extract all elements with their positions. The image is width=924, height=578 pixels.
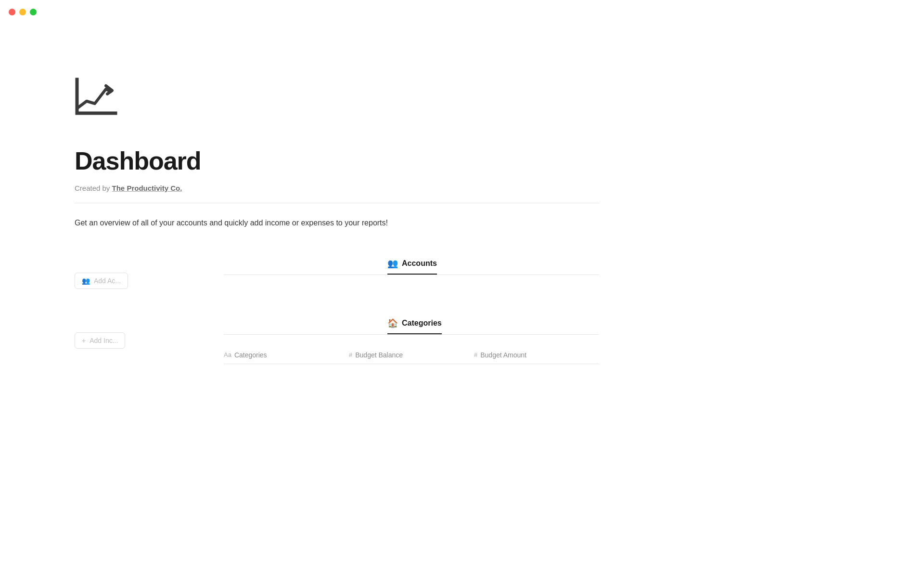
- sections-area: 👥 Add Ac... 👥 Accounts: [75, 258, 599, 364]
- accounts-right: 👥 Accounts: [224, 258, 599, 287]
- categories-row: + Add Inc... 🏠 Categories: [75, 318, 599, 364]
- accounts-section: 👥 Add Ac... 👥 Accounts: [75, 258, 599, 299]
- main-content: Dashboard Created by The Productivity Co…: [0, 0, 674, 412]
- categories-tab-icon: 🏠: [387, 318, 398, 328]
- author-link[interactable]: The Productivity Co.: [112, 184, 182, 192]
- header-divider: [75, 203, 599, 203]
- add-account-icon: 👥: [82, 277, 90, 285]
- categories-left: + Add Inc...: [75, 318, 224, 358]
- accounts-row: 👥 Add Ac... 👥 Accounts: [75, 258, 599, 299]
- add-income-button[interactable]: + Add Inc...: [75, 332, 125, 349]
- categories-tab-row: 🏠 Categories: [387, 318, 599, 334]
- accounts-left: 👥 Add Ac...: [75, 258, 224, 299]
- categories-tab[interactable]: 🏠 Categories: [387, 318, 442, 334]
- add-income-icon: +: [82, 337, 86, 344]
- categories-right: 🏠 Categories Aa Categories # Budg: [224, 318, 599, 364]
- created-by-prefix: Created by: [75, 184, 110, 192]
- accounts-tab[interactable]: 👥 Accounts: [387, 258, 437, 275]
- categories-tab-divider: [224, 334, 599, 335]
- col-type-hash-1: #: [349, 351, 352, 358]
- close-button[interactable]: [9, 9, 15, 15]
- add-income-label: Add Inc...: [90, 337, 118, 344]
- col-type-hash-2: #: [474, 351, 477, 358]
- categories-tab-label: Categories: [402, 319, 442, 328]
- minimize-button[interactable]: [19, 9, 26, 15]
- categories-column-headers: Aa Categories # Budget Balance # Budget …: [224, 346, 599, 364]
- col-label-budget-amount: Budget Amount: [480, 351, 526, 359]
- created-by: Created by The Productivity Co.: [75, 184, 599, 192]
- accounts-tab-label: Accounts: [402, 259, 437, 268]
- col-label-categories: Categories: [234, 351, 267, 359]
- col-type-aa: Aa: [224, 351, 231, 358]
- accounts-tab-divider: [224, 275, 599, 275]
- col-header-budget-amount: # Budget Amount: [474, 351, 599, 359]
- accounts-tab-icon: 👥: [387, 258, 398, 269]
- maximize-button[interactable]: [30, 9, 37, 15]
- col-header-categories: Aa Categories: [224, 351, 349, 359]
- page-description: Get an overview of all of your accounts …: [75, 217, 599, 229]
- col-header-budget-balance: # Budget Balance: [349, 351, 474, 359]
- add-account-label: Add Ac...: [94, 277, 121, 285]
- traffic-lights: [9, 9, 37, 15]
- app-icon: [75, 77, 599, 118]
- page-title: Dashboard: [75, 146, 599, 175]
- accounts-tab-row: 👥 Accounts: [387, 258, 599, 275]
- col-label-budget-balance: Budget Balance: [355, 351, 403, 359]
- chart-icon-svg: [75, 77, 118, 116]
- add-account-button[interactable]: 👥 Add Ac...: [75, 273, 128, 289]
- categories-section: + Add Inc... 🏠 Categories: [75, 318, 599, 364]
